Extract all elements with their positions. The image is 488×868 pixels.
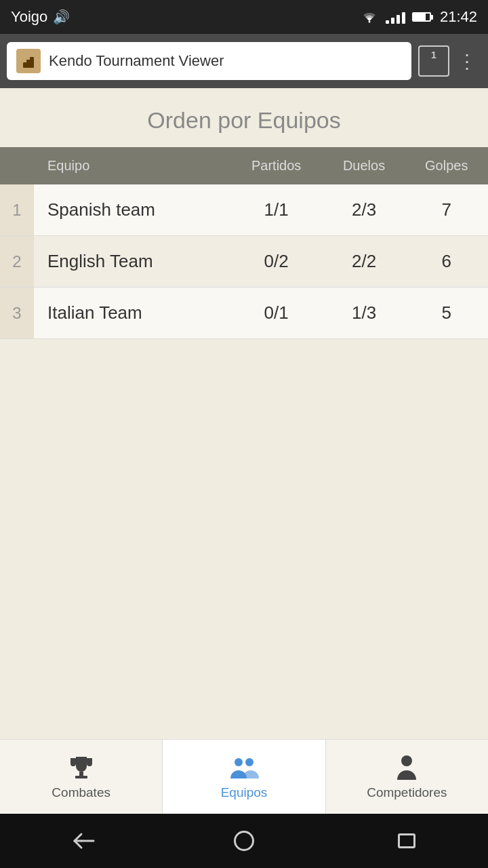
nav-label-equipos: Equipos — [221, 785, 268, 800]
nav-item-competidores[interactable]: Competidores — [326, 740, 488, 814]
nav-label-competidores: Competidores — [367, 785, 447, 800]
cell-rank: 1 — [0, 184, 34, 236]
svg-point-0 — [368, 21, 370, 23]
main-content: Orden por Equipos Equipo Partidos Duelos… — [0, 88, 488, 739]
cell-team: Spanish team — [34, 184, 230, 236]
nav-item-combates[interactable]: Combates — [0, 740, 163, 814]
recents-button[interactable] — [386, 827, 427, 854]
signal-icon — [386, 10, 405, 24]
svg-rect-3 — [30, 57, 34, 68]
app-bar-actions: 1 ⋮ — [418, 45, 481, 77]
standings-table: Equipo Partidos Duelos Golpes 1 Spanish … — [0, 147, 488, 339]
cell-rank: 3 — [0, 288, 34, 339]
table-row[interactable]: 3 Italian Team 0/1 1/3 5 — [0, 288, 488, 339]
page-title: Orden por Equipos — [0, 88, 488, 147]
trophy-icon — [68, 754, 95, 781]
status-bar: Yoigo 🔊 21:42 — [0, 0, 488, 34]
col-partidos: Partidos — [230, 147, 323, 184]
app-bar: Kendo Tournament Viewer 1 ⋮ — [0, 34, 488, 88]
svg-rect-5 — [75, 776, 87, 778]
table-row[interactable]: 1 Spanish team 1/1 2/3 7 — [0, 184, 488, 236]
cell-duelos: 2/2 — [323, 236, 405, 288]
cell-golpes: 6 — [405, 236, 488, 288]
cell-partidos: 0/2 — [230, 236, 323, 288]
system-nav-bar — [0, 814, 488, 868]
svg-rect-4 — [79, 772, 83, 776]
overflow-menu-button[interactable]: ⋮ — [453, 50, 481, 73]
carrier-text: Yoigo — [11, 8, 47, 26]
bottom-nav: Combates Equipos Competidores — [0, 739, 488, 814]
tab-switcher-button[interactable]: 1 — [418, 45, 449, 77]
col-equipo: Equipo — [34, 147, 230, 184]
nav-label-combates: Combates — [52, 785, 110, 800]
battery-icon — [412, 12, 433, 22]
col-rank — [0, 147, 34, 184]
back-button[interactable] — [61, 827, 102, 854]
cell-duelos: 2/3 — [323, 184, 405, 236]
cell-team: English Team — [34, 236, 230, 288]
address-bar[interactable]: Kendo Tournament Viewer — [7, 42, 411, 80]
cell-golpes: 5 — [405, 288, 488, 339]
status-right: 21:42 — [360, 8, 477, 26]
status-carrier: Yoigo 🔊 — [11, 8, 70, 26]
home-button[interactable] — [224, 827, 264, 854]
wifi-icon — [360, 10, 379, 24]
group-icon — [228, 754, 260, 781]
col-golpes: Golpes — [405, 147, 488, 184]
cell-team: Italian Team — [34, 288, 230, 339]
cell-duelos: 1/3 — [323, 288, 405, 339]
tab-count: 1 — [431, 50, 436, 60]
cell-golpes: 7 — [405, 184, 488, 236]
table-header-row: Equipo Partidos Duelos Golpes — [0, 147, 488, 184]
nav-item-equipos[interactable]: Equipos — [163, 740, 325, 814]
volume-icon: 🔊 — [53, 9, 70, 25]
app-title: Kendo Tournament Viewer — [49, 52, 224, 70]
person-icon — [394, 754, 419, 781]
svg-point-8 — [401, 755, 412, 766]
app-icon — [16, 49, 41, 73]
svg-point-7 — [245, 758, 253, 766]
cell-partidos: 1/1 — [230, 184, 323, 236]
cell-partidos: 0/1 — [230, 288, 323, 339]
table-row[interactable]: 2 English Team 0/2 2/2 6 — [0, 236, 488, 288]
time-display: 21:42 — [440, 8, 477, 26]
svg-point-6 — [235, 758, 243, 766]
col-duelos: Duelos — [323, 147, 405, 184]
cell-rank: 2 — [0, 236, 34, 288]
